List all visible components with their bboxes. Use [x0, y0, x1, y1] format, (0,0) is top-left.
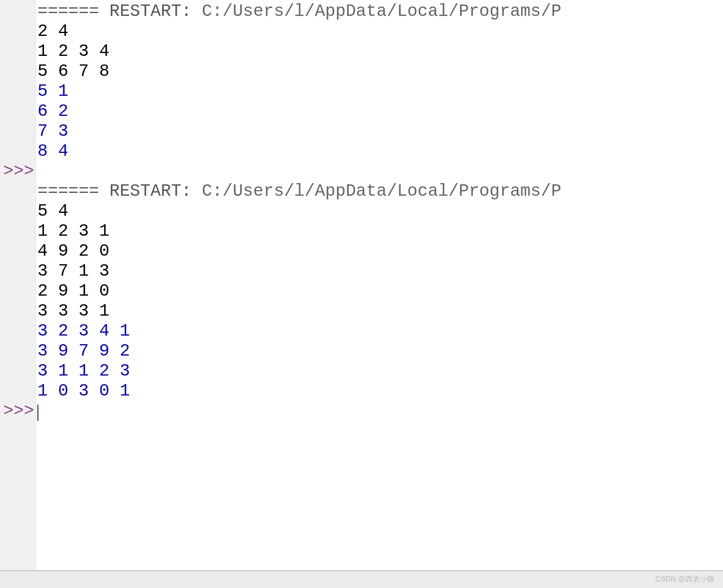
- restart-prefix: ======: [37, 181, 99, 201]
- gutter-spacer: [0, 321, 35, 341]
- user-input-line: 1 2 3 1: [37, 221, 723, 241]
- user-input-line: 5 6 7 8: [37, 62, 723, 82]
- gutter-spacer: [0, 381, 35, 401]
- user-input-line: 3 7 1 3: [37, 261, 723, 281]
- shell-prompt: >>>: [0, 401, 35, 421]
- gutter-spacer: [0, 201, 35, 221]
- gutter-spacer: [0, 2, 35, 22]
- gutter-spacer: [0, 341, 35, 361]
- user-input-line: 1 2 3 4: [37, 42, 723, 62]
- program-output-line: 3 1 1 2 3: [37, 361, 723, 381]
- gutter-spacer: [0, 241, 35, 261]
- gutter-spacer: [0, 261, 35, 281]
- user-input-line: 4 9 2 0: [37, 241, 723, 261]
- gutter-spacer: [0, 301, 35, 321]
- user-input-line: 2 9 1 0: [37, 281, 723, 301]
- program-output-line: 3 9 7 9 2: [37, 341, 723, 361]
- gutter-spacer: [0, 281, 35, 301]
- gutter-spacer: [0, 42, 35, 62]
- gutter-spacer: [0, 82, 35, 102]
- restart-path: C:/Users/l/AppData/Local/Programs/P: [202, 2, 561, 21]
- restart-label: RESTART:: [99, 181, 202, 201]
- program-output-line: 6 2: [37, 102, 723, 122]
- cursor-line[interactable]: [37, 401, 723, 421]
- blank-line: [37, 161, 723, 181]
- program-output-line: 1 0 3 0 1: [37, 381, 723, 401]
- restart-label: RESTART:: [99, 2, 202, 21]
- restart-prefix: ======: [37, 2, 99, 21]
- gutter-spacer: [0, 141, 35, 161]
- program-output-line: 5 1: [37, 82, 723, 102]
- gutter-spacer: [0, 62, 35, 82]
- gutter-spacer: [0, 22, 35, 42]
- watermark-text: CSDN @西农小陈: [655, 574, 715, 584]
- user-input-line: 3 3 3 1: [37, 301, 723, 321]
- shell-prompt: >>>: [0, 161, 35, 181]
- program-output-line: 3 2 3 4 1: [37, 321, 723, 341]
- prompt-gutter: >>> >>>: [0, 0, 36, 570]
- gutter-spacer: [0, 221, 35, 241]
- user-input-line: 2 4: [37, 22, 723, 42]
- program-output-line: 8 4: [37, 141, 723, 161]
- user-input-line: 5 4: [37, 201, 723, 221]
- python-shell-window: >>> >>> ====== RESTART: C:/Users/l/AppDa…: [0, 0, 723, 571]
- restart-banner: ====== RESTART: C:/Users/l/AppData/Local…: [37, 2, 723, 22]
- shell-output-area[interactable]: ====== RESTART: C:/Users/l/AppData/Local…: [36, 0, 723, 570]
- gutter-spacer: [0, 102, 35, 122]
- restart-path: C:/Users/l/AppData/Local/Programs/P: [202, 181, 561, 201]
- text-cursor: [37, 405, 38, 421]
- restart-banner: ====== RESTART: C:/Users/l/AppData/Local…: [37, 181, 723, 201]
- program-output-line: 7 3: [37, 122, 723, 141]
- gutter-spacer: [0, 361, 35, 381]
- gutter-spacer: [0, 181, 35, 201]
- gutter-spacer: [0, 122, 35, 141]
- status-bar: [0, 571, 723, 588]
